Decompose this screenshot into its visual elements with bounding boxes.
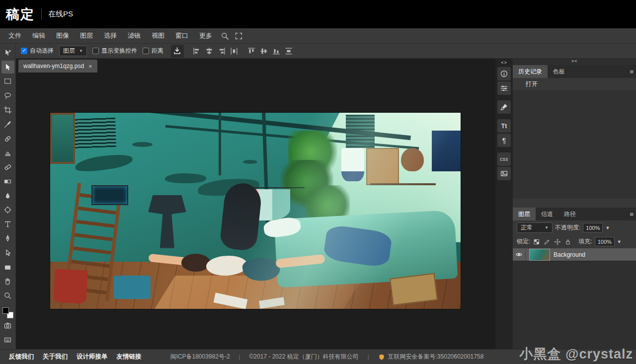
move-tool[interactable]: [1, 46, 14, 59]
info-panel-icon[interactable]: [497, 67, 511, 80]
menu-view[interactable]: 视图: [146, 28, 170, 43]
dodge-tool[interactable]: [1, 204, 14, 217]
fullscreen-icon[interactable]: [232, 32, 245, 40]
brush-panel-icon[interactable]: [497, 100, 511, 114]
search-icon[interactable]: [218, 32, 232, 40]
opacity-caret-icon[interactable]: ▼: [605, 225, 610, 230]
crop-tool[interactable]: [1, 104, 14, 117]
css-panel-icon[interactable]: css: [497, 152, 511, 166]
marquee-tool[interactable]: [1, 75, 14, 88]
align-right-icon[interactable]: [217, 47, 226, 56]
layer-name[interactable]: Background: [554, 251, 585, 258]
footer-divider: |: [368, 354, 369, 360]
checkbox-checked-icon[interactable]: [21, 48, 27, 54]
collapse-strip-icon[interactable]: <>: [501, 60, 507, 66]
tab-swatches[interactable]: 色板: [548, 65, 570, 78]
gradient-tool[interactable]: [1, 175, 14, 188]
align-bottom-icon[interactable]: [272, 47, 281, 56]
fill-input[interactable]: 100%: [595, 237, 615, 246]
menu-file[interactable]: 文件: [3, 28, 27, 43]
history-entry-open[interactable]: 打开: [513, 78, 636, 90]
show-transform-checkbox[interactable]: 显示变换控件: [92, 47, 137, 55]
lock-row: 锁定: 填充: 100% ▼: [513, 235, 636, 248]
tool-palette: [0, 44, 16, 349]
type-tool[interactable]: [1, 218, 14, 231]
close-icon[interactable]: ×: [88, 63, 92, 70]
foreground-color-swatch[interactable]: [2, 307, 9, 314]
layer-visibility-toggle[interactable]: [513, 248, 526, 261]
product-name: 在线PS: [48, 9, 73, 19]
target-select-dropdown[interactable]: 图层 ▼: [59, 46, 87, 56]
color-swatches[interactable]: [2, 307, 13, 318]
pen-tool[interactable]: [1, 232, 14, 245]
lock-pixels-icon[interactable]: [543, 238, 551, 246]
checkbox-unchecked-icon[interactable]: [92, 48, 99, 54]
menu-window[interactable]: 窗口: [170, 28, 194, 43]
document-tabbar: wallhaven-ym1qzg.psd ×: [16, 59, 495, 73]
eraser-tool[interactable]: [1, 161, 14, 174]
menu-edit[interactable]: 编辑: [27, 28, 51, 43]
clone-stamp-tool[interactable]: [1, 146, 14, 159]
download-button[interactable]: [171, 45, 184, 58]
blend-mode-dropdown[interactable]: 正常 ▼: [517, 222, 553, 233]
canvas-image[interactable]: [50, 113, 461, 309]
eyedropper-tool[interactable]: [1, 118, 14, 131]
chevron-down-icon: ▼: [79, 49, 83, 53]
tab-history[interactable]: 历史记录: [513, 65, 548, 78]
zoom-tool[interactable]: [1, 290, 14, 302]
image-panel-icon[interactable]: [497, 167, 511, 180]
layer-row-background[interactable]: Background: [513, 248, 636, 261]
keyboard-shortcuts-icon[interactable]: [1, 333, 14, 346]
history-panel: 历史记录 色板 ≡ 打开: [513, 65, 636, 208]
align-center-horizontal-icon[interactable]: [205, 47, 214, 56]
blend-row: 正常 ▼ 不透明度: 100% ▼: [513, 220, 636, 235]
footer-link-designer-orders[interactable]: 设计师接单: [77, 353, 108, 361]
lock-all-icon[interactable]: [564, 238, 572, 246]
align-top-icon[interactable]: [247, 47, 256, 56]
distribute-horizontal-icon[interactable]: [230, 47, 238, 56]
menu-filter[interactable]: 滤镜: [122, 28, 146, 43]
panel-menu-icon[interactable]: ≡: [630, 68, 634, 75]
lock-position-icon[interactable]: [554, 238, 561, 246]
menu-select[interactable]: 选择: [98, 28, 122, 43]
select-tool[interactable]: [1, 61, 14, 73]
collapse-panels-icon[interactable]: ><: [571, 59, 578, 64]
path-select-tool[interactable]: [1, 246, 14, 259]
layer-thumbnail[interactable]: [530, 249, 550, 260]
canvas-area[interactable]: wallhaven-ym1qzg.psd ×: [16, 59, 495, 349]
paragraph-panel-icon[interactable]: ¶: [497, 134, 511, 147]
lock-transparency-icon[interactable]: [533, 238, 541, 246]
checkbox-unchecked-icon[interactable]: [143, 48, 149, 54]
app-logo[interactable]: 稿定: [6, 5, 35, 23]
footer-link-feedback[interactable]: 反馈我们: [9, 353, 34, 361]
fill-caret-icon[interactable]: ▼: [617, 239, 622, 244]
distribute-vertical-icon[interactable]: [284, 47, 293, 56]
tab-layers[interactable]: 图层: [513, 208, 536, 220]
menu-layer[interactable]: 图层: [75, 28, 98, 43]
align-center-vertical-icon[interactable]: [259, 47, 268, 56]
distance-label: 距离: [152, 47, 163, 55]
document-tab-filename: wallhaven-ym1qzg.psd: [23, 63, 84, 70]
hand-tool[interactable]: [1, 275, 14, 288]
opacity-input[interactable]: 100%: [583, 223, 603, 232]
blur-tool[interactable]: [1, 189, 14, 202]
footer-link-about[interactable]: 关于我们: [43, 353, 68, 361]
tab-paths[interactable]: 路径: [558, 208, 581, 220]
align-left-icon[interactable]: [192, 47, 201, 56]
shape-tool[interactable]: [1, 261, 14, 274]
menu-more[interactable]: 更多: [194, 28, 218, 43]
panel-menu-icon[interactable]: ≡: [630, 211, 634, 218]
footer-divider: |: [239, 354, 240, 360]
heal-tool[interactable]: [1, 132, 14, 145]
document-tab[interactable]: wallhaven-ym1qzg.psd ×: [18, 60, 97, 73]
screenshot-icon[interactable]: [1, 319, 14, 332]
distance-checkbox[interactable]: 距离: [143, 47, 163, 55]
character-panel-icon[interactable]: Tt: [497, 119, 511, 133]
lasso-tool[interactable]: [1, 89, 14, 102]
tab-channels[interactable]: 信道: [536, 208, 558, 220]
footer-link-friend-links[interactable]: 友情链接: [117, 353, 142, 361]
menu-image[interactable]: 图像: [51, 28, 75, 43]
logo-divider: [41, 9, 42, 20]
auto-select-checkbox[interactable]: 自动选择: [21, 47, 54, 55]
adjustments-panel-icon[interactable]: [497, 81, 511, 95]
